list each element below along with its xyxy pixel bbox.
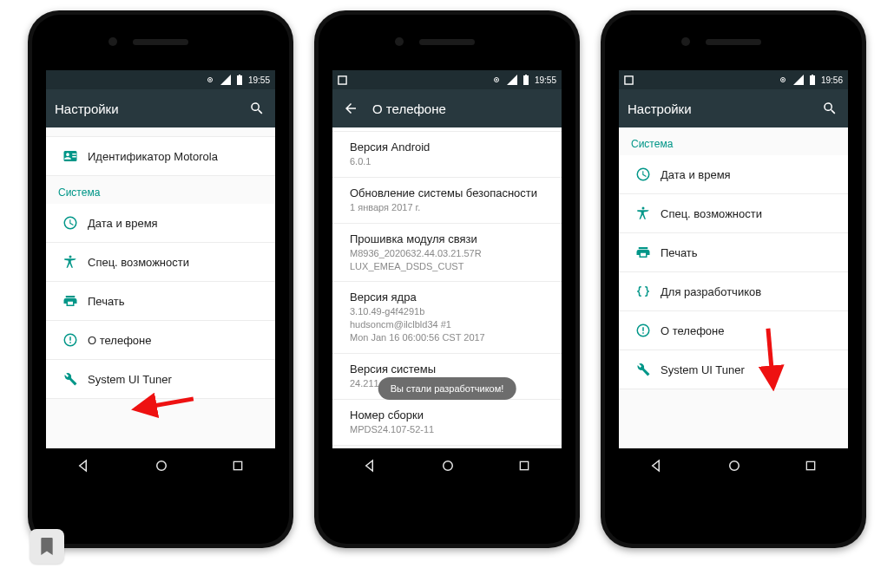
- settings-list[interactable]: Идентификатор MotorolaСистемаДата и врем…: [46, 127, 275, 448]
- settings-row[interactable]: О телефоне: [619, 311, 848, 350]
- row-title: Спец. возможности: [88, 256, 258, 269]
- row-subtitle: M8936_2020632.44.03.21.57R LUX_EMEA_DSDS…: [350, 247, 544, 273]
- settings-row[interactable]: Дата и время: [46, 204, 275, 243]
- battery-icon: [809, 75, 816, 85]
- svg-rect-8: [520, 461, 528, 469]
- row-subtitle: 3.10.49-g4f4291b hudsoncm@ilclbld34 #1 M…: [350, 305, 544, 344]
- info-row[interactable]: Версия ядра3.10.49-g4f4291b hudsoncm@ilc…: [332, 282, 562, 354]
- device-screen: 19:55О телефонеВерсия Android6.0.1Обновл…: [332, 70, 562, 483]
- wrench-icon: [58, 371, 82, 387]
- svg-rect-13: [806, 461, 814, 469]
- row-title: Спец. возможности: [661, 207, 831, 220]
- signal-icon: [793, 75, 804, 85]
- nav-back-icon[interactable]: [76, 458, 92, 474]
- settings-row[interactable]: Спец. возможности: [619, 194, 848, 233]
- location-icon: [491, 75, 502, 85]
- settings-row[interactable]: Печать: [46, 282, 275, 321]
- settings-list[interactable]: Версия Android6.0.1Обновление системы бе…: [332, 127, 562, 448]
- section-label: Система: [619, 127, 848, 155]
- settings-row[interactable]: О телефоне: [46, 321, 275, 360]
- navigation-bar: [332, 448, 562, 483]
- row-title: Версия системы: [350, 363, 544, 376]
- settings-row[interactable]: Идентификатор Motorola: [46, 137, 275, 176]
- toast-message: Вы стали разработчиком!: [378, 377, 516, 400]
- svg-point-11: [782, 79, 784, 81]
- appbar-title: Настройки: [628, 101, 820, 116]
- row-subtitle: MPDS24.107-52-11: [350, 423, 544, 436]
- phone-mockup: 19:56НастройкиСистемаДата и времяСпец. в…: [601, 10, 866, 548]
- info-row[interactable]: Номер сборкиMPDS24.107-52-11: [332, 400, 562, 446]
- settings-row[interactable]: Печать: [619, 233, 848, 272]
- appbar-title: Настройки: [55, 101, 247, 116]
- svg-point-12: [730, 461, 740, 471]
- status-bar: 19:55: [46, 70, 275, 89]
- nav-recent-icon[interactable]: [517, 459, 531, 473]
- battery-icon: [236, 75, 243, 85]
- settings-row[interactable]: Спец. возможности: [46, 243, 275, 282]
- signal-icon: [507, 75, 517, 85]
- svg-point-7: [444, 461, 453, 471]
- status-bar: 19:56: [619, 70, 848, 89]
- svg-rect-9: [625, 75, 633, 83]
- nav-home-icon[interactable]: [154, 458, 169, 474]
- row-title: Идентификатор Motorola: [88, 150, 258, 163]
- status-time: 19:55: [248, 75, 270, 85]
- search-icon[interactable]: [820, 101, 839, 116]
- status-bar: 19:55: [332, 70, 562, 89]
- clock-icon: [631, 167, 655, 182]
- bookmark-badge: [30, 529, 64, 564]
- status-time: 19:55: [535, 75, 556, 85]
- row-title: Прошивка модуля связи: [350, 232, 544, 245]
- svg-point-1: [209, 79, 211, 81]
- info-row[interactable]: Прошивка модуля связиM8936_2020632.44.03…: [332, 224, 562, 283]
- row-title: О телефоне: [661, 324, 831, 337]
- nav-back-icon[interactable]: [649, 458, 665, 474]
- notification-icon: [338, 75, 347, 85]
- row-title: System UI Tuner: [88, 373, 258, 386]
- svg-point-6: [496, 79, 497, 81]
- row-title: Дата и время: [661, 168, 831, 181]
- phone-mockup: 19:55НастройкиИдентификатор MotorolaСист…: [28, 10, 293, 548]
- navigation-bar: [619, 448, 848, 483]
- location-icon: [778, 75, 788, 85]
- row-title: Печать: [88, 295, 258, 308]
- svg-rect-3: [233, 461, 241, 469]
- clock-icon: [58, 215, 82, 231]
- row-title: Печать: [661, 246, 831, 259]
- svg-point-2: [157, 461, 167, 471]
- row-title: Дата и время: [88, 217, 258, 230]
- status-time: 19:56: [821, 75, 843, 85]
- nav-recent-icon[interactable]: [231, 459, 245, 473]
- row-title: Версия ядра: [350, 291, 544, 304]
- device-screen: 19:55НастройкиИдентификатор MotorolaСист…: [46, 70, 275, 483]
- info-icon: [631, 323, 655, 338]
- accessibility-icon: [58, 254, 82, 270]
- signal-icon: [220, 75, 231, 85]
- row-title: Для разработчиков: [661, 285, 831, 298]
- id-card-icon: [58, 148, 82, 164]
- print-icon: [631, 245, 655, 260]
- row-title: О телефоне: [88, 334, 258, 347]
- nav-home-icon[interactable]: [726, 458, 742, 474]
- back-icon[interactable]: [341, 101, 360, 116]
- nav-back-icon[interactable]: [363, 458, 378, 474]
- battery-icon: [523, 75, 529, 85]
- app-bar: Настройки: [619, 89, 848, 127]
- phone-mockup: 19:55О телефонеВерсия Android6.0.1Обновл…: [314, 10, 580, 548]
- settings-row[interactable]: System UI Tuner: [619, 350, 848, 389]
- settings-list[interactable]: СистемаДата и времяСпец. возможностиПеча…: [619, 127, 848, 448]
- row-title: Обновление системы безопасности: [350, 186, 544, 199]
- info-row[interactable]: Версия Android6.0.1: [332, 132, 562, 178]
- nav-home-icon[interactable]: [440, 458, 456, 474]
- wrench-icon: [631, 362, 655, 377]
- device-screen: 19:56НастройкиСистемаДата и времяСпец. в…: [619, 70, 848, 483]
- appbar-title: О телефоне: [372, 101, 553, 116]
- settings-row[interactable]: System UI Tuner: [46, 360, 275, 399]
- location-icon: [205, 75, 215, 85]
- print-icon: [58, 293, 82, 309]
- info-row[interactable]: Обновление системы безопасности1 января …: [332, 178, 562, 224]
- settings-row[interactable]: Для разработчиков: [619, 272, 848, 311]
- search-icon[interactable]: [247, 101, 266, 116]
- settings-row[interactable]: Дата и время: [619, 155, 848, 194]
- nav-recent-icon[interactable]: [804, 459, 818, 473]
